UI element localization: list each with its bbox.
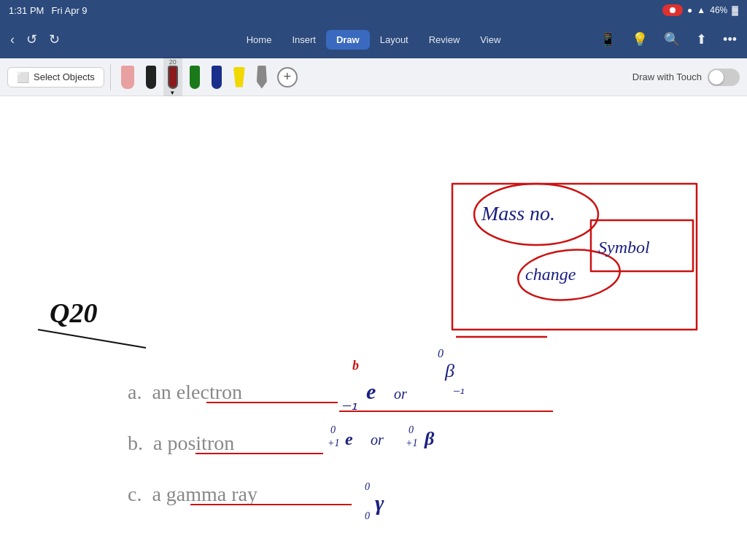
- add-tool-button[interactable]: +: [277, 67, 298, 88]
- draw-with-touch: Draw with Touch: [632, 69, 740, 86]
- toolbar: ⬜ Select Objects 20 ▾ + Draw with Touch: [0, 58, 747, 96]
- separator-1: [110, 64, 111, 90]
- tab-layout[interactable]: Layout: [370, 30, 419, 50]
- tab-home[interactable]: Home: [236, 30, 282, 50]
- status-right: ● ▲ 46% ▓: [662, 4, 738, 16]
- battery: 46%: [710, 5, 727, 15]
- tab-insert[interactable]: Insert: [282, 30, 326, 50]
- pen-tool-yellow[interactable]: [229, 66, 249, 89]
- select-objects-label: Select Objects: [34, 71, 95, 82]
- battery-icon: ▓: [732, 5, 738, 15]
- tab-draw[interactable]: Draw: [326, 30, 370, 50]
- draw-with-touch-label: Draw with Touch: [632, 71, 702, 82]
- date: Fri Apr 9: [51, 5, 87, 16]
- device-icon[interactable]: 📱: [597, 28, 619, 50]
- share-icon[interactable]: ⬆: [693, 28, 710, 50]
- canvas-area: [0, 96, 747, 560]
- pen-tool-darkred[interactable]: 20 ▾: [163, 57, 182, 98]
- drawing-canvas: [0, 96, 747, 560]
- back-button[interactable]: ‹: [7, 29, 18, 50]
- pen-tool-black[interactable]: [142, 64, 160, 90]
- lightbulb-icon[interactable]: 💡: [629, 28, 651, 50]
- pen-tool-green[interactable]: [185, 64, 204, 90]
- time: 1:31 PM: [9, 5, 44, 16]
- pen-tool-gray[interactable]: [252, 64, 271, 90]
- more-icon[interactable]: •••: [720, 29, 740, 50]
- tab-view[interactable]: View: [470, 30, 511, 50]
- nav-bar: ‹ ↺ ↻ Home Insert Draw Layout Review Vie…: [0, 20, 747, 58]
- wifi-icon: ▲: [697, 5, 705, 15]
- select-objects-button[interactable]: ⬜ Select Objects: [7, 67, 104, 88]
- select-objects-icon: ⬜: [17, 71, 29, 83]
- nav-right: 📱 💡 🔍 ⬆ •••: [597, 28, 740, 50]
- redo-button[interactable]: ↻: [46, 28, 63, 50]
- pen-tool-pink[interactable]: [117, 64, 139, 90]
- recording-indicator: [662, 4, 683, 16]
- search-icon[interactable]: 🔍: [661, 28, 683, 50]
- signal-icon: ●: [687, 5, 692, 15]
- tab-review[interactable]: Review: [419, 30, 471, 50]
- pen-tool-blue[interactable]: [207, 64, 226, 90]
- pen-dropdown-arrow: ▾: [171, 89, 174, 96]
- status-left: 1:31 PM Fri Apr 9: [9, 5, 88, 16]
- draw-with-touch-toggle[interactable]: [708, 69, 740, 86]
- pen-number: 20: [169, 58, 177, 66]
- status-bar: 1:31 PM Fri Apr 9 ● ▲ 46% ▓: [0, 0, 747, 20]
- nav-tabs: Home Insert Draw Layout Review View: [236, 30, 511, 50]
- add-icon: +: [284, 69, 292, 85]
- undo-button[interactable]: ↺: [23, 28, 40, 50]
- nav-left: ‹ ↺ ↻: [7, 28, 63, 50]
